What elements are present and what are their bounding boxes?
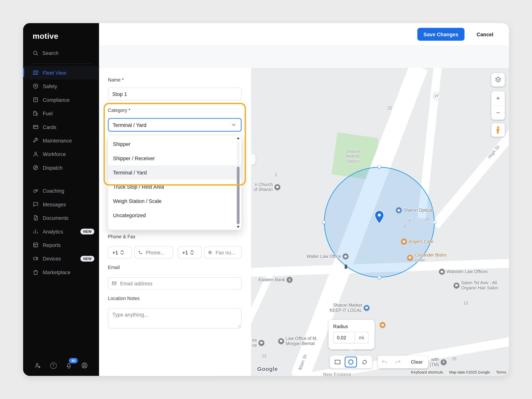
poi-coffee[interactable]: [380, 322, 385, 328]
category-label: Category *: [108, 108, 130, 113]
fax-input[interactable]: [215, 249, 238, 256]
poi-angels-cafe[interactable]: Angel's Cafe: [401, 238, 433, 244]
nav-label: Analytics: [43, 228, 63, 234]
email-input[interactable]: [120, 280, 238, 286]
sidebar-item-safety[interactable]: Safety: [23, 79, 99, 93]
traffic-signal-icon: [345, 265, 347, 269]
street-number: 22: [387, 105, 392, 110]
poi-church[interactable]: n Churchof Sharon: [254, 182, 280, 192]
nav-label: Coaching: [43, 188, 64, 193]
zoom-in-button[interactable]: +: [491, 91, 505, 105]
church-icon: [275, 184, 280, 190]
country-code: +1: [182, 249, 188, 255]
map-attribution: Keyboard shortcuts Map data ©2025 Google…: [411, 370, 506, 374]
sidebar-item-messages[interactable]: Messages: [23, 197, 99, 211]
name-input[interactable]: [108, 88, 242, 101]
help-button[interactable]: ?: [49, 361, 57, 370]
poi-watstein-law[interactable]: Watstein Law Offices: [439, 269, 488, 274]
option-shipper[interactable]: Shipper: [108, 137, 241, 151]
coffee-cup-icon: [380, 322, 385, 328]
sidebar-item-reports[interactable]: Reports: [23, 238, 99, 252]
phone-input[interactable]: [145, 249, 169, 256]
phone-icon: [138, 250, 142, 255]
poi-morgan-bernal-law[interactable]: Law Office of M.Morgan Bernal: [278, 336, 317, 346]
sidebar-item-marketplace[interactable]: Marketplace: [23, 265, 99, 279]
option-weigh-station[interactable]: Weigh Station / Scale: [108, 194, 241, 208]
sidebar-item-dispatch[interactable]: Dispatch: [23, 161, 99, 174]
sidebar-item-coaching[interactable]: Coaching: [23, 184, 99, 197]
rectangle-tool-button[interactable]: [331, 357, 343, 367]
dropdown-scrollbar-thumb[interactable]: [237, 167, 239, 224]
poi-waller-law[interactable]: Waller Law Office: [307, 253, 348, 259]
cancel-button[interactable]: Cancel: [475, 31, 495, 38]
street-number: 2: [275, 172, 277, 177]
category-select[interactable]: Terminal / Yard: [108, 118, 242, 132]
profile-button[interactable]: [80, 361, 89, 370]
map-layers-button[interactable]: [491, 73, 505, 86]
option-shipper-receiver[interactable]: Shipper / Receiver: [108, 151, 241, 165]
poi-eastern-bank[interactable]: Eastern Bank $: [259, 277, 293, 283]
undo-button[interactable]: [378, 359, 391, 365]
scroll-down-arrow[interactable]: [237, 226, 239, 228]
dollar-icon: $: [287, 277, 292, 283]
nav-label: Fuel: [43, 110, 53, 116]
option-terminal-yard[interactable]: Terminal / Yard: [108, 165, 241, 180]
location-notes-textarea[interactable]: [108, 308, 242, 328]
sidebar-item-analytics[interactable]: Analytics NEW: [23, 225, 99, 238]
poi-clipped-left[interactable]: esce: [252, 338, 264, 348]
location-pin[interactable]: [374, 210, 385, 225]
map-data-text: Map data ©2025 Google: [449, 370, 490, 374]
nav-label: Devices: [43, 256, 61, 261]
zoom-out-button[interactable]: −: [491, 106, 505, 120]
panel-collapse-handle[interactable]: [251, 154, 255, 165]
country-code: +1: [112, 249, 118, 255]
poi-sharon-market[interactable]: Sharon MarketKEEP IT LOCAL: [330, 303, 370, 313]
circle-icon: [348, 359, 354, 365]
sidebar-item-fuel[interactable]: Fuel: [23, 107, 99, 120]
sidebar-item-maintenance[interactable]: Maintenance: [23, 134, 99, 147]
option-uncategorized[interactable]: Uncategorized: [108, 208, 241, 222]
geofence-handle-north[interactable]: [378, 165, 381, 169]
nav-label: Documents: [43, 215, 68, 221]
geofence-handle-east[interactable]: [433, 221, 437, 224]
poi-icon: [259, 340, 264, 345]
radius-input[interactable]: [333, 332, 355, 343]
option-clipped[interactable]: [108, 222, 241, 230]
sidebar-item-compliance[interactable]: Compliance: [23, 93, 99, 106]
poi-salon-tel-aviv[interactable]: Salon Tel Aviv - AllOrganic Hair Salon: [454, 280, 498, 291]
redo-icon: [395, 359, 401, 365]
sidebar-search[interactable]: Search: [23, 47, 99, 59]
admin-settings-button[interactable]: [33, 361, 42, 370]
radius-unit: mi: [355, 332, 368, 343]
phone-input-wrap: [134, 246, 173, 258]
geofence-handle-west[interactable]: [322, 221, 326, 224]
geofence-handle-south[interactable]: [378, 276, 381, 279]
phone-country-select[interactable]: +1: [108, 246, 132, 258]
sidebar-item-fleet-view[interactable]: Fleet View: [23, 66, 99, 79]
main-area: Save Changes Cancel Name * Category * Te…: [99, 23, 509, 376]
save-changes-button[interactable]: Save Changes: [418, 28, 464, 41]
polygon-tool-button[interactable]: [358, 357, 370, 367]
clear-button[interactable]: Clear: [411, 359, 428, 365]
poi-coriander-bistro[interactable]: Coriander BistroIndian: [407, 253, 446, 263]
sidebar-item-workforce[interactable]: Workforce: [23, 147, 99, 161]
poi-sharon-optical[interactable]: Sharon Optical: [396, 207, 433, 213]
sidebar-item-devices[interactable]: Devices NEW: [23, 252, 99, 265]
map-canvas[interactable]: Sharon Historic District n Churchof Shar…: [251, 68, 509, 376]
sidebar-item-cards[interactable]: Cards: [23, 120, 99, 133]
scroll-up-arrow[interactable]: [237, 137, 239, 139]
park-label: Sharon Historic District: [336, 149, 369, 164]
clipboard-icon: [32, 97, 38, 103]
terms-link[interactable]: Terms: [496, 370, 506, 374]
poi-clipped-tm[interactable]: with(TM) $: [430, 357, 446, 367]
notifications-button[interactable]: 40: [64, 361, 73, 370]
google-logo: Google: [257, 366, 278, 373]
briefcase-icon: [439, 269, 445, 274]
circle-tool-button[interactable]: [345, 357, 357, 367]
keyboard-shortcuts-link[interactable]: Keyboard shortcuts: [411, 370, 443, 374]
redo-button[interactable]: [391, 359, 405, 365]
fax-country-select[interactable]: +1: [178, 246, 202, 258]
option-truck-stop[interactable]: Truck Stop / Rest Area: [108, 180, 241, 194]
sidebar-item-documents[interactable]: Documents: [23, 211, 99, 225]
street-view-pegman-button[interactable]: [491, 123, 505, 137]
